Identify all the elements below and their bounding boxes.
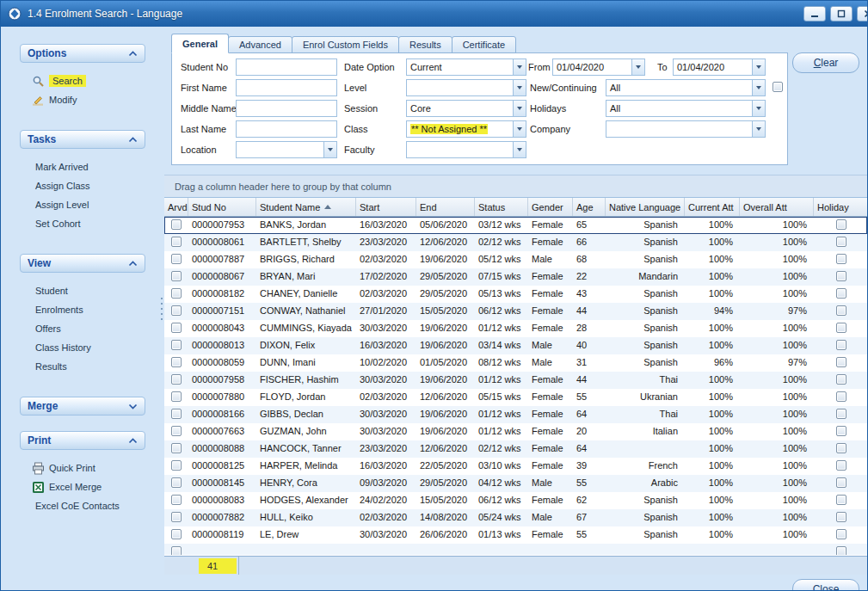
holiday-checkbox[interactable] [836,288,846,299]
holiday-checkbox[interactable] [836,323,846,333]
table-row[interactable]: 0000008067BRYAN, Mari17/02/202029/05/202… [164,268,867,286]
holiday-checkbox[interactable] [836,305,846,316]
holiday-checkbox[interactable] [836,477,846,488]
tab-advanced[interactable]: Advanced [228,36,292,53]
dropdown-button[interactable] [631,59,644,75]
arvd-checkbox[interactable] [171,219,182,230]
date-option-select[interactable]: Current [406,58,526,76]
holiday-checkbox[interactable] [836,495,846,505]
tab-enrol-custom-fields[interactable]: Enrol Custom Fields [292,36,399,53]
table-row[interactable]: 0000008145HENRY, Cora09/03/202029/05/202… [164,475,867,492]
arvd-checkbox[interactable] [171,460,182,471]
column-header-start[interactable]: Start [356,198,416,216]
arvd-checkbox[interactable] [171,237,182,247]
sidebar-item-enrolments[interactable]: Enrolments [20,300,145,319]
holiday-checkbox[interactable] [836,219,846,230]
sidebar-item-class-history[interactable]: Class History [20,338,145,357]
sidebar-item-quick-print[interactable]: Quick Print [20,459,145,477]
holiday-checkbox[interactable] [836,426,846,436]
column-header-native_language[interactable]: Native Language [606,198,685,216]
table-row[interactable]: 0000008059DUNN, Imani10/02/202001/05/202… [164,354,867,372]
dropdown-button[interactable] [513,80,526,95]
holiday-checkbox[interactable] [836,512,846,522]
dropdown-button[interactable] [752,80,765,95]
table-row[interactable]: 0000007882HULL, Keiko02/03/202014/08/202… [164,509,867,526]
tab-results[interactable]: Results [398,36,452,53]
column-header-status[interactable]: Status [475,198,528,216]
table-row[interactable]: 0000007151CONWAY, Nathaniel27/01/202015/… [164,303,867,320]
panel-header-tasks[interactable]: Tasks [20,130,145,149]
holiday-checkbox[interactable] [836,409,846,419]
column-header-holiday[interactable]: Holiday [814,198,868,216]
column-header-age[interactable]: Age [573,198,606,216]
dropdown-button[interactable] [513,101,526,116]
sidebar-item-student[interactable]: Student [20,281,145,300]
arvd-checkbox[interactable] [171,426,182,436]
clear-button[interactable]: Clear [792,52,859,73]
table-row[interactable]: 0000008125HARPER, Melinda16/03/202022/05… [164,458,867,475]
table-row[interactable]: 0000007953BANKS, Jordan16/03/202005/06/2… [164,217,867,234]
sidebar-item-assign-level[interactable]: Assign Level [20,195,145,214]
minimize-button[interactable] [803,6,826,22]
holiday-checkbox[interactable] [836,391,846,402]
session-select[interactable]: Core [406,100,526,117]
dropdown-button[interactable] [513,142,526,157]
table-row[interactable]: 0000007663GUZMAN, John30/03/202019/06/20… [164,423,867,440]
holiday-checkbox[interactable] [836,443,846,453]
table-row[interactable]: 0000008043CUMMINGS, Kiayada30/03/202019/… [164,320,867,337]
sidebar-item-set-cohort[interactable]: Set Cohort [20,214,145,233]
to-date-select[interactable]: 01/04/2020 [673,58,766,76]
dropdown-button[interactable] [513,121,526,137]
panel-header-print[interactable]: Print [20,431,145,450]
column-header-gender[interactable]: Gender [528,198,573,216]
arvd-checkbox[interactable] [171,340,182,350]
panel-header-view[interactable]: View [20,254,145,273]
table-row[interactable]: 0000007958FISCHER, Hashim30/03/202019/06… [164,372,867,389]
holiday-checkbox[interactable] [836,237,846,247]
from-date-select[interactable]: 01/04/2020 [552,58,645,76]
column-header-stud_no[interactable]: Stud No [188,198,256,216]
student-no-input[interactable] [236,58,337,76]
arvd-checkbox[interactable] [171,409,182,419]
sidebar-item-excel-merge[interactable]: Excel Merge [20,477,145,496]
table-row[interactable]: 0000007887BRIGGS, Richard02/03/202019/06… [164,251,867,268]
arvd-checkbox[interactable] [171,357,182,367]
holiday-checkbox[interactable] [836,546,846,555]
tab-certificate[interactable]: Certificate [452,36,517,53]
column-header-current_att[interactable]: Current Att [685,198,740,216]
table-row[interactable]: 0000008119LE, Drew30/03/202026/06/202001… [164,526,867,544]
group-by-bar[interactable]: Drag a column header here to group by th… [164,175,867,198]
dropdown-button[interactable] [513,59,526,75]
sidebar-item-excel-coe-contacts[interactable]: Excel CoE Contacts [20,496,145,515]
holidays-select[interactable]: All [606,100,766,117]
middle-name-input[interactable] [236,100,337,117]
holiday-checkbox[interactable] [836,340,846,350]
first-name-input[interactable] [236,79,337,96]
column-header-overall_att[interactable]: Overall Att [740,198,814,216]
dropdown-button[interactable] [323,142,336,157]
location-select[interactable] [236,141,337,158]
arvd-checkbox[interactable] [171,443,182,453]
dropdown-button[interactable] [752,59,765,75]
company-select[interactable] [606,120,766,138]
table-row[interactable]: 0000008166GIBBS, Declan30/03/202019/06/2… [164,406,867,423]
arvd-checkbox[interactable] [171,254,182,264]
table-row[interactable]: 0000008083HODGES, Alexander24/02/202015/… [164,492,867,509]
sidebar-item-modify[interactable]: Modify [20,90,145,109]
panel-header-merge[interactable]: Merge [20,397,145,416]
holiday-checkbox[interactable] [836,254,846,264]
arvd-checkbox[interactable] [171,495,182,505]
dropdown-button[interactable] [752,121,765,137]
close-window-button[interactable] [857,6,868,22]
arvd-checkbox[interactable] [171,271,182,281]
holiday-checkbox[interactable] [836,357,846,367]
holiday-checkbox[interactable] [836,271,846,281]
column-header-arvd[interactable]: Arvd [164,198,188,216]
dropdown-button[interactable] [752,101,765,116]
class-select[interactable]: ** Not Assigned ** [406,120,526,138]
column-header-name[interactable]: Student Name [256,198,356,216]
new-continuing-select[interactable]: All [606,79,766,96]
maximize-button[interactable] [830,6,853,22]
table-row[interactable]: 0000008061BARTLETT, Shelby23/03/202012/0… [164,234,867,251]
last-name-input[interactable] [236,120,337,138]
